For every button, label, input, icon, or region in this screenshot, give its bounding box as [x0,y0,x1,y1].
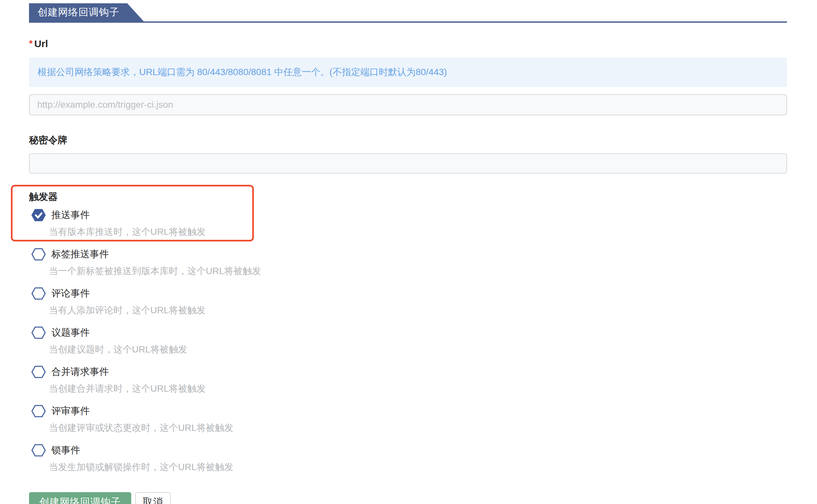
hexagon-checkbox-icon[interactable] [31,366,46,378]
trigger-row[interactable]: 评论事件 [29,286,787,301]
trigger-description: 当创建议题时，这个URL将被触发 [49,343,787,356]
trigger-label: 议题事件 [51,326,90,339]
trigger-description: 当发生加锁或解锁操作时，这个URL将被触发 [49,461,787,474]
trigger-description: 当有人添加评论时，这个URL将被触发 [49,304,787,317]
trigger-item: 议题事件 当创建议题时，这个URL将被触发 [29,325,787,356]
trigger-item: 推送事件 当有版本库推送时，这个URL将被触发 [29,208,787,238]
trigger-section: 触发器 推送事件 当有版本库推送时，这个URL将被触发 标签推送事件 [29,185,787,474]
trigger-row[interactable]: 推送事件 [29,208,787,222]
webhook-form: *Url 根据公司网络策略要求，URL端口需为 80/443/8080/8081… [29,38,787,504]
trigger-label: 推送事件 [51,209,90,222]
trigger-row[interactable]: 合并请求事件 [29,365,787,379]
trigger-label: 合并请求事件 [51,365,109,378]
trigger-label: 评论事件 [51,287,90,300]
trigger-item: 标签推送事件 当一个新标签被推送到版本库时，这个URL将被触发 [29,247,787,278]
trigger-item: 评论事件 当有人添加评论时，这个URL将被触发 [29,286,787,317]
trigger-description: 当有版本库推送时，这个URL将被触发 [49,225,787,238]
trigger-row[interactable]: 锁事件 [29,443,787,458]
trigger-description: 当创建评审或状态更改时，这个URL将被触发 [49,421,787,434]
url-input[interactable] [29,94,787,115]
trigger-label: 标签推送事件 [51,248,109,261]
trigger-list: 推送事件 当有版本库推送时，这个URL将被触发 标签推送事件 当一个新标签被推送… [29,208,787,474]
trigger-item: 锁事件 当发生加锁或解锁操作时，这个URL将被触发 [29,443,787,474]
hexagon-checkbox-icon[interactable] [31,405,46,417]
secret-token-label: 秘密令牌 [29,134,787,146]
hexagon-checkbox-icon[interactable] [31,326,46,339]
hexagon-checkbox-icon[interactable] [31,444,46,457]
create-webhook-button[interactable]: 创建网络回调钩子 [29,492,131,504]
url-label-text: Url [34,38,48,49]
trigger-description: 当一个新标签被推送到版本库时，这个URL将被触发 [49,265,787,278]
trigger-label: 评审事件 [51,405,90,418]
trigger-row[interactable]: 标签推送事件 [29,247,787,262]
trigger-row[interactable]: 评审事件 [29,404,787,418]
triggers-label: 触发器 [29,190,787,203]
url-label: *Url [29,38,787,50]
form-actions: 创建网络回调钩子 取消 [29,492,787,504]
hexagon-checkbox-icon[interactable] [31,287,46,300]
url-port-hint: 根据公司网络策略要求，URL端口需为 80/443/8080/8081 中任意一… [29,58,787,87]
trigger-item: 合并请求事件 当创建合并请求时，这个URL将被触发 [29,365,787,395]
trigger-item: 评审事件 当创建评审或状态更改时，这个URL将被触发 [29,404,787,434]
trigger-description: 当创建合并请求时，这个URL将被触发 [49,382,787,395]
tab-title: 创建网络回调钩子 [38,6,119,19]
cancel-button[interactable]: 取消 [135,492,171,504]
hexagon-checkbox-icon[interactable] [31,209,46,221]
trigger-row[interactable]: 议题事件 [29,325,787,340]
tab-create-webhook[interactable]: 创建网络回调钩子 [29,3,144,21]
required-asterisk: * [29,38,33,48]
tab-bar: 创建网络回调钩子 [29,3,787,23]
trigger-label: 锁事件 [51,444,80,457]
hexagon-checkbox-icon[interactable] [31,248,46,261]
webhook-create-page: 创建网络回调钩子 *Url 根据公司网络策略要求，URL端口需为 80/443/… [0,3,817,504]
secret-token-input[interactable] [29,153,787,174]
